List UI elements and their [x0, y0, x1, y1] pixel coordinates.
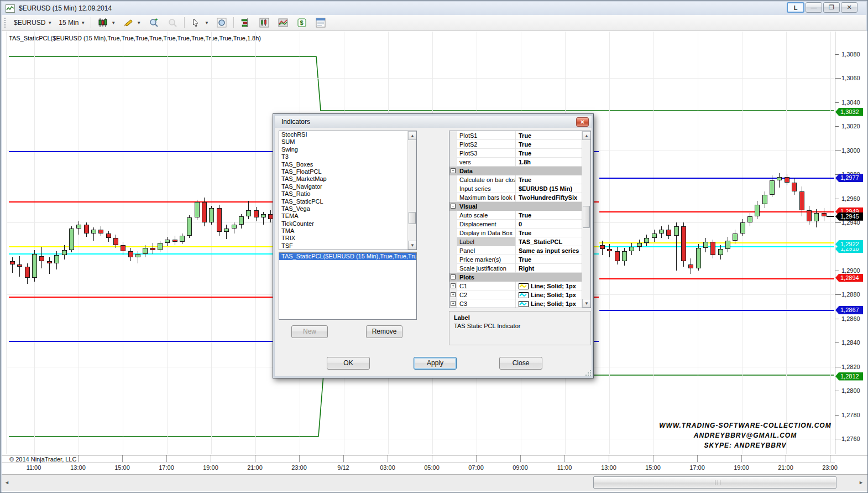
property-row[interactable]: PanelSame as input series [449, 246, 590, 255]
candle-body[interactable] [62, 250, 67, 255]
collapse-icon[interactable]: − [451, 168, 456, 173]
candle-body[interactable] [187, 217, 192, 236]
candle-body[interactable] [703, 242, 708, 248]
candle-body[interactable] [777, 177, 782, 181]
candle-body[interactable] [217, 208, 222, 232]
candle-body[interactable] [770, 180, 775, 195]
indicator-list-item[interactable]: TRIX [279, 235, 416, 242]
candle-body[interactable] [54, 255, 59, 263]
candle-body[interactable] [261, 214, 266, 218]
candle-body[interactable] [755, 205, 760, 217]
property-row[interactable]: Display in Data BoxTrue [449, 229, 590, 237]
data-box-button[interactable] [212, 16, 231, 29]
indicator-list-item[interactable]: TAS_Boxes [279, 161, 416, 168]
candle-body[interactable] [209, 208, 214, 222]
expand-icon[interactable]: + [451, 283, 456, 288]
indicator-list-item[interactable]: TEMA [279, 212, 416, 220]
candle-body[interactable] [725, 241, 730, 249]
collapse-icon[interactable]: − [451, 274, 456, 279]
property-value[interactable]: True [516, 149, 581, 158]
property-row[interactable]: Maximum bars look lTwoHundredFiftySix [449, 193, 590, 202]
list-scrollbar[interactable]: ▲▼ [407, 131, 416, 250]
scrollbar-thumb[interactable] [593, 476, 836, 489]
property-row[interactable]: +C3Line; Solid; 1px [449, 299, 590, 308]
candle-body[interactable] [637, 243, 642, 247]
property-row[interactable]: PlotS2True [449, 140, 590, 149]
indicator-list-item[interactable]: TAS_StaticPCL [279, 198, 416, 205]
close-button-dialog[interactable]: Close [499, 357, 542, 370]
property-section-row[interactable]: −Plots [449, 273, 590, 282]
candle-body[interactable] [224, 229, 229, 232]
candle-body[interactable] [629, 247, 634, 252]
candle-body[interactable] [681, 226, 686, 261]
candle-body[interactable] [128, 251, 133, 257]
candle-body[interactable] [10, 261, 15, 265]
candle-body[interactable] [135, 254, 140, 258]
property-value[interactable]: True [516, 175, 581, 184]
candle-body[interactable] [158, 243, 163, 250]
scroll-up-icon[interactable]: ▲ [582, 131, 591, 140]
collapse-icon[interactable]: − [451, 204, 456, 209]
candle-body[interactable] [822, 213, 827, 217]
property-name[interactable]: Scale justification [457, 264, 516, 273]
candle-body[interactable] [659, 230, 664, 233]
property-name[interactable]: Maximum bars look l [457, 193, 516, 202]
dollar-button[interactable]: $ [292, 16, 311, 29]
candle-body[interactable] [165, 240, 170, 243]
indicator-list-item[interactable]: TSF [279, 242, 416, 250]
resize-grip-icon[interactable] [585, 370, 592, 376]
property-section-row[interactable]: −Visual [449, 202, 590, 211]
candle-body[interactable] [740, 222, 745, 233]
apply-button[interactable]: Apply [414, 357, 457, 370]
property-row[interactable]: Auto scaleTrue [449, 211, 590, 220]
instrument-selector[interactable]: $EURUSD▼ [11, 18, 55, 28]
candle-body[interactable] [600, 245, 605, 249]
candle-body[interactable] [799, 191, 804, 211]
property-value[interactable]: Same as input series [516, 246, 581, 255]
candle-body[interactable] [644, 238, 649, 243]
candle-body[interactable] [232, 225, 237, 229]
property-row[interactable]: LabelTAS_StaticPCL [449, 237, 590, 246]
candle-body[interactable] [91, 230, 96, 233]
candle-body[interactable] [98, 230, 103, 233]
property-row[interactable]: +C1Line; Solid; 1px [449, 282, 590, 290]
candle-body[interactable] [106, 233, 111, 238]
scrollbar-thumb[interactable] [583, 206, 590, 228]
candle-body[interactable] [696, 248, 701, 268]
property-name[interactable]: C3 [457, 299, 516, 308]
zoom-in-button[interactable]: + [144, 16, 163, 29]
property-value[interactable]: $EURUSD (15 Min) [516, 184, 581, 193]
indicator-list-item[interactable]: Swing [279, 146, 416, 153]
scroll-right-arrow[interactable]: ► [859, 480, 864, 485]
scroll-up-icon[interactable]: ▲ [408, 131, 417, 140]
grid-scrollbar[interactable]: ▲▼ [582, 131, 590, 308]
property-value[interactable]: 0 [516, 220, 581, 229]
candle-body[interactable] [121, 245, 126, 251]
property-name[interactable]: Panel [457, 246, 516, 255]
property-name[interactable]: C2 [457, 290, 516, 299]
horizontal-scrollbar[interactable]: ◄ ► [2, 474, 867, 491]
indicator-list-item[interactable]: StochRSI [279, 131, 416, 138]
scrollbar-thumb[interactable] [409, 212, 416, 224]
candle-body[interactable] [733, 233, 738, 241]
scroll-left-arrow[interactable]: ◄ [4, 480, 9, 485]
bar-spacing-button[interactable] [236, 16, 255, 29]
property-name[interactable]: Visual [457, 202, 582, 211]
property-value[interactable]: TAS_StaticPCL [516, 237, 581, 246]
candle-body[interactable] [785, 177, 789, 183]
candle-body[interactable] [84, 225, 89, 233]
candle-body[interactable] [674, 226, 679, 236]
chart-panel-button[interactable] [274, 16, 292, 29]
cursor-button[interactable]: ▼ [187, 16, 212, 29]
candle-body[interactable] [710, 242, 715, 255]
remove-button[interactable]: Remove [366, 325, 402, 338]
property-name[interactable]: Display in Data Box [457, 229, 516, 237]
indicator-list-item[interactable]: TAS_FloatPCL [279, 168, 416, 175]
ok-button[interactable]: OK [327, 357, 370, 370]
candle-body[interactable] [172, 240, 177, 242]
property-value[interactable]: Line; Solid; 1px [516, 282, 581, 290]
candle-body[interactable] [202, 202, 207, 222]
property-value[interactable]: True [516, 131, 581, 140]
property-name[interactable]: Plots [457, 273, 582, 282]
selected-indicators-list[interactable]: TAS_StaticPCL($EURUSD (15 Min),True,True… [279, 252, 417, 320]
